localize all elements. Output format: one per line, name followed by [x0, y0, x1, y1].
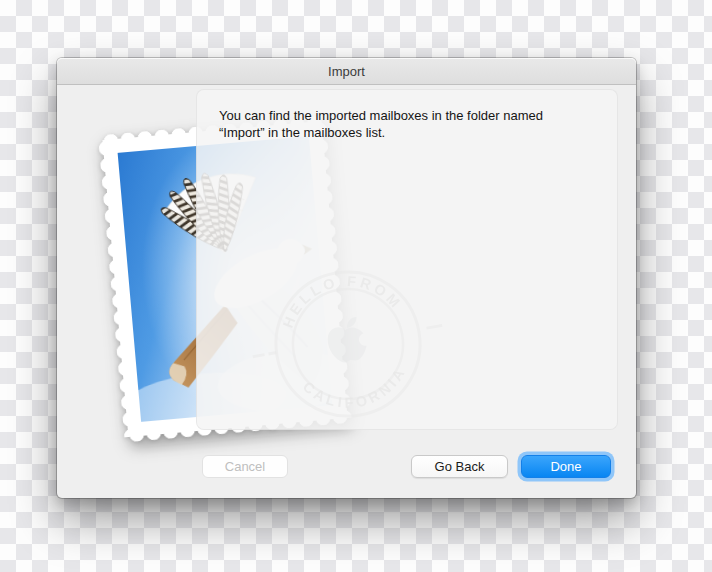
message-text: You can find the imported mailboxes in t…: [219, 107, 581, 141]
go-back-button[interactable]: Go Back: [411, 455, 508, 478]
import-dialog-window: Import: [57, 58, 636, 498]
done-button[interactable]: Done: [521, 455, 611, 478]
dialog-content: HELLO FROM CALIFORNIA: [57, 85, 636, 498]
window-title: Import: [328, 64, 365, 79]
titlebar[interactable]: Import: [57, 58, 636, 85]
cancel-button[interactable]: Cancel: [202, 455, 288, 478]
transparency-checkerboard: Import: [0, 0, 712, 572]
message-panel: You can find the imported mailboxes in t…: [196, 89, 618, 430]
